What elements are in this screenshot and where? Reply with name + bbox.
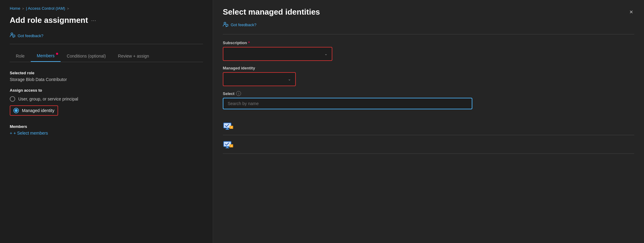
breadcrumb-home[interactable]: Home	[10, 6, 20, 11]
managed-identity-field-group: Managed identity ⌄	[223, 66, 634, 86]
breadcrumb-sep2: >	[67, 7, 69, 10]
selected-role-label: Selected role	[10, 71, 203, 75]
select-members-label: + Select members	[13, 131, 48, 136]
left-panel: Home > | Access Control (IAM) > Add role…	[0, 0, 213, 243]
panel-title: Select managed identities	[223, 7, 320, 17]
page-title-row: Add role assignment ···	[10, 16, 203, 25]
svg-text:!: !	[231, 145, 232, 147]
members-label: Members	[10, 124, 203, 129]
assign-access-label: Assign access to	[10, 88, 203, 93]
feedback-label: Got feedback?	[18, 33, 44, 38]
tab-role[interactable]: Role	[10, 50, 31, 62]
subscription-field-group: Subscription * ⌄	[223, 40, 634, 61]
panel-feedback-icon	[223, 22, 228, 28]
managed-identity-dropdown-box: ⌄	[223, 72, 296, 86]
svg-point-0	[11, 33, 13, 35]
panel-feedback[interactable]: Got feedback?	[223, 22, 634, 28]
tab-bar: Role Members Conditions (optional) Revie…	[10, 50, 203, 62]
svg-text:!: !	[231, 126, 232, 129]
feedback-row[interactable]: Got feedback?	[10, 32, 203, 39]
feedback-icon	[10, 32, 15, 39]
search-input[interactable]	[223, 98, 472, 109]
right-panel: Select managed identities × Got feedback…	[213, 0, 644, 243]
tab-review[interactable]: Review + assign	[112, 50, 155, 62]
tab-members[interactable]: Members	[31, 50, 61, 62]
managed-identity-select[interactable]: ⌄	[223, 73, 295, 86]
members-section: Members + + Select members	[10, 124, 203, 136]
radio-user-group[interactable]: User, group, or service principal	[10, 96, 203, 102]
select-label: Select	[223, 91, 234, 96]
managed-identity-box[interactable]: Managed identity	[10, 105, 58, 116]
panel-header: Select managed identities ×	[223, 7, 634, 17]
assign-access-section: Assign access to User, group, or service…	[10, 88, 203, 123]
subscription-label: Subscription *	[223, 40, 634, 45]
subscription-select[interactable]: ⌄	[223, 48, 332, 60]
divider-top	[10, 44, 203, 44]
radio-outer-user	[10, 96, 15, 102]
radio-inner-managed	[15, 109, 18, 112]
identity-icon-1: !	[223, 122, 234, 132]
breadcrumb: Home > | Access Control (IAM) >	[10, 6, 203, 11]
panel-feedback-label: Got feedback?	[231, 23, 257, 27]
info-icon[interactable]: i	[236, 91, 241, 96]
radio-label-user: User, group, or service principal	[18, 97, 78, 101]
identity-icon-2: !	[223, 140, 234, 151]
identity-item-2[interactable]: !	[223, 138, 634, 154]
tab-conditions[interactable]: Conditions (optional)	[61, 50, 112, 62]
svg-rect-7	[226, 129, 229, 130]
breadcrumb-iam[interactable]: | Access Control (IAM)	[26, 6, 65, 11]
select-field-group: Select i	[223, 91, 634, 109]
radio-label-managed: Managed identity	[22, 108, 54, 113]
page-title: Add role assignment	[10, 16, 88, 25]
svg-rect-1	[13, 35, 15, 37]
svg-point-2	[224, 22, 226, 24]
selected-role-value: Storage Blob Data Contributor	[10, 77, 203, 82]
radio-outer-managed	[13, 108, 19, 113]
selected-role-section: Selected role Storage Blob Data Contribu…	[10, 71, 203, 88]
select-label-row: Select i	[223, 91, 634, 96]
svg-rect-12	[226, 147, 228, 148]
svg-rect-3	[226, 24, 228, 26]
close-button[interactable]: ×	[628, 7, 634, 17]
radio-group: User, group, or service principal Manage…	[10, 96, 203, 116]
more-options-icon[interactable]: ···	[91, 17, 96, 24]
svg-rect-13	[226, 148, 229, 148]
managed-identity-chevron-icon: ⌄	[288, 77, 291, 81]
breadcrumb-sep1: >	[22, 7, 24, 10]
plus-icon: +	[10, 131, 12, 136]
identity-list: ! !	[223, 119, 634, 154]
managed-identity-field-label: Managed identity	[223, 66, 634, 70]
members-dot	[56, 53, 58, 55]
svg-rect-6	[226, 128, 228, 129]
subscription-chevron-icon: ⌄	[324, 52, 327, 56]
subscription-dropdown-box: ⌄	[223, 47, 332, 61]
required-star: *	[248, 40, 250, 45]
select-members-link[interactable]: + + Select members	[10, 131, 203, 136]
panel-divider	[223, 34, 634, 34]
identity-item-1[interactable]: !	[223, 119, 634, 135]
